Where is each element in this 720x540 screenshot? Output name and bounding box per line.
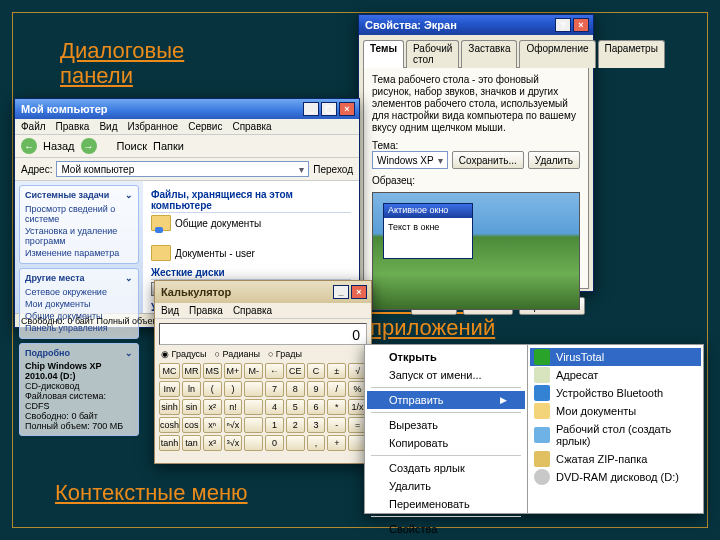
menu-help[interactable]: Справка (232, 121, 271, 132)
menu-edit[interactable]: Правка (189, 305, 223, 316)
folder-item[interactable]: Общие документы (151, 215, 261, 231)
calc-key[interactable]: 8 (286, 381, 305, 397)
task-item[interactable]: Изменение параметра (25, 247, 133, 259)
calc-key[interactable]: - (327, 417, 346, 433)
calc-key[interactable]: 5 (286, 399, 305, 415)
help-button[interactable]: ? (555, 18, 571, 32)
calc-key[interactable]: ln (182, 381, 201, 397)
calc-key[interactable]: , (307, 435, 326, 451)
calc-key[interactable]: M+ (224, 363, 243, 379)
sendto-item[interactable]: Устройство Bluetooth (530, 384, 701, 402)
calc-key[interactable]: ⁿ√x (224, 417, 243, 433)
sendto-item[interactable]: DVD-RAM дисковод (D:) (530, 468, 701, 486)
back-icon[interactable] (21, 138, 37, 154)
tab-settings[interactable]: Параметры (598, 40, 665, 68)
menu-help[interactable]: Справка (233, 305, 272, 316)
calc-key[interactable] (244, 435, 263, 451)
go-button[interactable]: Переход (313, 164, 353, 175)
calc-key[interactable]: C (307, 363, 326, 379)
close-button[interactable]: × (573, 18, 589, 32)
tab-appearance[interactable]: Оформление (519, 40, 595, 68)
radio-degrees[interactable]: ◉ Градусы (161, 349, 207, 359)
context-item[interactable]: Копировать (367, 434, 525, 452)
calc-key[interactable]: 6 (307, 399, 326, 415)
calc-key[interactable]: MR (182, 363, 201, 379)
calc-key[interactable]: CE (286, 363, 305, 379)
context-item[interactable]: Отправить▶ (367, 391, 525, 409)
calc-key[interactable]: M- (244, 363, 263, 379)
calc-key[interactable]: Inv (159, 381, 180, 397)
radio-radians[interactable]: ○ Радианы (215, 349, 260, 359)
folder-item[interactable]: Документы - user (151, 245, 255, 261)
calc-key[interactable]: sinh (159, 399, 180, 415)
titlebar-calc[interactable]: Калькулятор _ × (155, 281, 371, 303)
task-item[interactable]: Просмотр сведений о системе (25, 203, 133, 225)
context-item[interactable]: Удалить (367, 477, 525, 495)
forward-icon[interactable] (81, 138, 97, 154)
calc-key[interactable]: ← (265, 363, 284, 379)
calc-key[interactable]: 0 (265, 435, 284, 451)
calc-key[interactable]: xⁿ (203, 417, 222, 433)
calc-key[interactable]: sin (182, 399, 201, 415)
calc-key[interactable] (244, 381, 263, 397)
context-item[interactable]: Свойства (367, 520, 525, 538)
sendto-item[interactable]: Адресат (530, 366, 701, 384)
sendto-item[interactable]: Мои документы (530, 402, 701, 420)
back-label[interactable]: Назад (43, 140, 75, 152)
maximize-button[interactable]: ▢ (321, 102, 337, 116)
calc-key[interactable]: cosh (159, 417, 180, 433)
sendto-item[interactable]: VirusTotal (530, 348, 701, 366)
collapse-icon[interactable]: ⌄ (125, 348, 133, 358)
sendto-item[interactable]: Рабочий стол (создать ярлык) (530, 420, 701, 450)
calc-key[interactable]: / (327, 381, 346, 397)
context-item[interactable]: Вырезать (367, 416, 525, 434)
calc-key[interactable]: x³ (203, 435, 222, 451)
save-theme-button[interactable]: Сохранить... (452, 151, 524, 169)
minimize-button[interactable]: _ (333, 285, 349, 299)
titlebar-explorer[interactable]: Мой компьютер _ ▢ × (15, 99, 359, 119)
minimize-button[interactable]: _ (303, 102, 319, 116)
calc-key[interactable] (286, 435, 305, 451)
search-button[interactable]: Поиск (117, 140, 147, 152)
place-item[interactable]: Сетевое окружение (25, 286, 133, 298)
calc-key[interactable] (244, 399, 263, 415)
calc-key[interactable]: ) (224, 381, 243, 397)
theme-dropdown[interactable]: Windows XP (372, 151, 448, 169)
calc-key[interactable]: 9 (307, 381, 326, 397)
tab-screensaver[interactable]: Заставка (461, 40, 517, 68)
sendto-item[interactable]: Сжатая ZIP-папка (530, 450, 701, 468)
context-item[interactable]: Создать ярлык (367, 459, 525, 477)
calc-key[interactable]: ± (327, 363, 346, 379)
menu-file[interactable]: Файл (21, 121, 46, 132)
calc-key[interactable]: 3 (307, 417, 326, 433)
collapse-icon[interactable]: ⌄ (125, 190, 133, 200)
menu-view[interactable]: Вид (161, 305, 179, 316)
calc-key[interactable]: MS (203, 363, 222, 379)
close-button[interactable]: × (339, 102, 355, 116)
address-field[interactable]: Мой компьютер (56, 161, 309, 177)
menu-tools[interactable]: Сервис (188, 121, 222, 132)
radio-grads[interactable]: ○ Грады (268, 349, 302, 359)
calc-key[interactable] (244, 417, 263, 433)
calc-key[interactable]: ³√x (224, 435, 243, 451)
calc-key[interactable]: ( (203, 381, 222, 397)
calc-key[interactable]: 4 (265, 399, 284, 415)
menu-view[interactable]: Вид (99, 121, 117, 132)
place-item[interactable]: Мои документы (25, 298, 133, 310)
folders-button[interactable]: Папки (153, 140, 184, 152)
calc-key[interactable]: 7 (265, 381, 284, 397)
calc-key[interactable]: + (327, 435, 346, 451)
titlebar-display[interactable]: Свойства: Экран ? × (359, 15, 593, 35)
calc-key[interactable]: 2 (286, 417, 305, 433)
calc-key[interactable]: 1 (265, 417, 284, 433)
calc-key[interactable]: x² (203, 399, 222, 415)
calc-key[interactable]: MC (159, 363, 180, 379)
calc-key[interactable]: cos (182, 417, 201, 433)
tab-desktop[interactable]: Рабочий стол (406, 40, 459, 68)
context-item[interactable]: Переименовать (367, 495, 525, 513)
context-item[interactable]: Запуск от имени... (367, 366, 525, 384)
task-item[interactable]: Установка и удаление программ (25, 225, 133, 247)
calc-key[interactable]: n! (224, 399, 243, 415)
collapse-icon[interactable]: ⌄ (125, 273, 133, 283)
context-item[interactable]: Открыть (367, 348, 525, 366)
